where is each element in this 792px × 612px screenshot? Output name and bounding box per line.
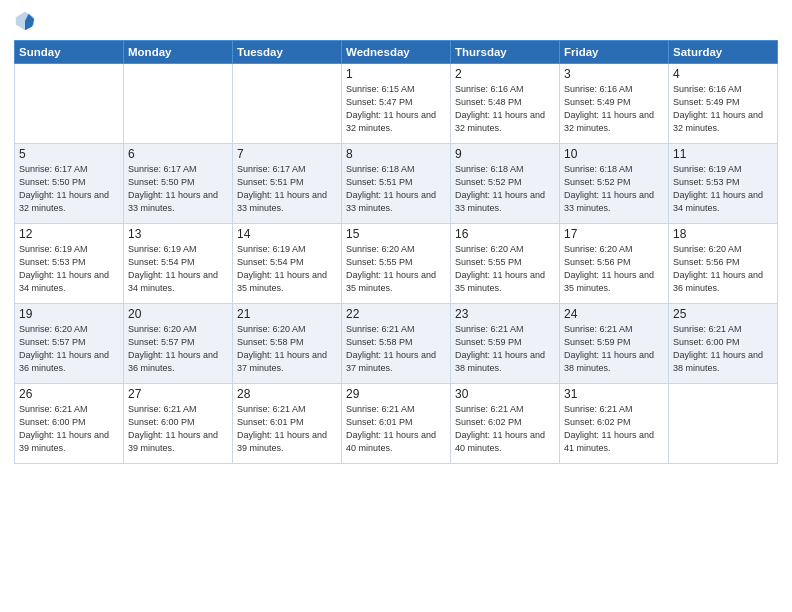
day-info: Sunrise: 6:20 AM Sunset: 5:58 PM Dayligh… — [237, 323, 337, 375]
day-of-week-header: Monday — [124, 41, 233, 64]
calendar-cell: 9Sunrise: 6:18 AM Sunset: 5:52 PM Daylig… — [451, 144, 560, 224]
calendar-cell: 27Sunrise: 6:21 AM Sunset: 6:00 PM Dayli… — [124, 384, 233, 464]
calendar-cell: 20Sunrise: 6:20 AM Sunset: 5:57 PM Dayli… — [124, 304, 233, 384]
day-info: Sunrise: 6:21 AM Sunset: 5:59 PM Dayligh… — [455, 323, 555, 375]
day-of-week-header: Friday — [560, 41, 669, 64]
calendar-cell: 26Sunrise: 6:21 AM Sunset: 6:00 PM Dayli… — [15, 384, 124, 464]
day-number: 12 — [19, 227, 119, 241]
day-of-week-header: Wednesday — [342, 41, 451, 64]
day-info: Sunrise: 6:19 AM Sunset: 5:54 PM Dayligh… — [237, 243, 337, 295]
calendar-cell: 3Sunrise: 6:16 AM Sunset: 5:49 PM Daylig… — [560, 64, 669, 144]
day-number: 6 — [128, 147, 228, 161]
calendar-cell: 16Sunrise: 6:20 AM Sunset: 5:55 PM Dayli… — [451, 224, 560, 304]
calendar-cell: 25Sunrise: 6:21 AM Sunset: 6:00 PM Dayli… — [669, 304, 778, 384]
day-number: 10 — [564, 147, 664, 161]
day-info: Sunrise: 6:20 AM Sunset: 5:56 PM Dayligh… — [673, 243, 773, 295]
day-info: Sunrise: 6:21 AM Sunset: 6:00 PM Dayligh… — [128, 403, 228, 455]
day-number: 29 — [346, 387, 446, 401]
calendar-cell: 12Sunrise: 6:19 AM Sunset: 5:53 PM Dayli… — [15, 224, 124, 304]
day-number: 15 — [346, 227, 446, 241]
day-number: 28 — [237, 387, 337, 401]
day-number: 5 — [19, 147, 119, 161]
day-info: Sunrise: 6:16 AM Sunset: 5:49 PM Dayligh… — [564, 83, 664, 135]
calendar-cell — [15, 64, 124, 144]
calendar-week-row: 12Sunrise: 6:19 AM Sunset: 5:53 PM Dayli… — [15, 224, 778, 304]
day-number: 8 — [346, 147, 446, 161]
day-number: 26 — [19, 387, 119, 401]
day-info: Sunrise: 6:19 AM Sunset: 5:54 PM Dayligh… — [128, 243, 228, 295]
day-info: Sunrise: 6:21 AM Sunset: 6:02 PM Dayligh… — [455, 403, 555, 455]
day-info: Sunrise: 6:21 AM Sunset: 6:00 PM Dayligh… — [673, 323, 773, 375]
day-info: Sunrise: 6:16 AM Sunset: 5:48 PM Dayligh… — [455, 83, 555, 135]
day-info: Sunrise: 6:21 AM Sunset: 5:59 PM Dayligh… — [564, 323, 664, 375]
day-number: 11 — [673, 147, 773, 161]
day-number: 25 — [673, 307, 773, 321]
calendar-cell: 30Sunrise: 6:21 AM Sunset: 6:02 PM Dayli… — [451, 384, 560, 464]
day-info: Sunrise: 6:20 AM Sunset: 5:56 PM Dayligh… — [564, 243, 664, 295]
day-info: Sunrise: 6:18 AM Sunset: 5:52 PM Dayligh… — [564, 163, 664, 215]
day-info: Sunrise: 6:17 AM Sunset: 5:50 PM Dayligh… — [128, 163, 228, 215]
calendar-week-row: 1Sunrise: 6:15 AM Sunset: 5:47 PM Daylig… — [15, 64, 778, 144]
day-number: 7 — [237, 147, 337, 161]
day-number: 2 — [455, 67, 555, 81]
day-number: 3 — [564, 67, 664, 81]
calendar-cell: 2Sunrise: 6:16 AM Sunset: 5:48 PM Daylig… — [451, 64, 560, 144]
day-info: Sunrise: 6:21 AM Sunset: 5:58 PM Dayligh… — [346, 323, 446, 375]
day-number: 19 — [19, 307, 119, 321]
calendar-cell: 19Sunrise: 6:20 AM Sunset: 5:57 PM Dayli… — [15, 304, 124, 384]
day-number: 24 — [564, 307, 664, 321]
header — [14, 10, 778, 32]
calendar-cell: 6Sunrise: 6:17 AM Sunset: 5:50 PM Daylig… — [124, 144, 233, 224]
day-info: Sunrise: 6:21 AM Sunset: 6:02 PM Dayligh… — [564, 403, 664, 455]
day-of-week-header: Tuesday — [233, 41, 342, 64]
calendar-cell: 7Sunrise: 6:17 AM Sunset: 5:51 PM Daylig… — [233, 144, 342, 224]
day-number: 1 — [346, 67, 446, 81]
calendar-cell: 5Sunrise: 6:17 AM Sunset: 5:50 PM Daylig… — [15, 144, 124, 224]
day-number: 21 — [237, 307, 337, 321]
day-info: Sunrise: 6:21 AM Sunset: 6:01 PM Dayligh… — [237, 403, 337, 455]
day-number: 9 — [455, 147, 555, 161]
calendar-cell: 15Sunrise: 6:20 AM Sunset: 5:55 PM Dayli… — [342, 224, 451, 304]
calendar-week-row: 5Sunrise: 6:17 AM Sunset: 5:50 PM Daylig… — [15, 144, 778, 224]
day-number: 16 — [455, 227, 555, 241]
day-number: 30 — [455, 387, 555, 401]
calendar-cell: 29Sunrise: 6:21 AM Sunset: 6:01 PM Dayli… — [342, 384, 451, 464]
calendar-cell: 18Sunrise: 6:20 AM Sunset: 5:56 PM Dayli… — [669, 224, 778, 304]
calendar-cell: 11Sunrise: 6:19 AM Sunset: 5:53 PM Dayli… — [669, 144, 778, 224]
day-info: Sunrise: 6:20 AM Sunset: 5:55 PM Dayligh… — [455, 243, 555, 295]
calendar-cell: 24Sunrise: 6:21 AM Sunset: 5:59 PM Dayli… — [560, 304, 669, 384]
day-info: Sunrise: 6:17 AM Sunset: 5:51 PM Dayligh… — [237, 163, 337, 215]
day-info: Sunrise: 6:20 AM Sunset: 5:57 PM Dayligh… — [128, 323, 228, 375]
calendar-cell: 8Sunrise: 6:18 AM Sunset: 5:51 PM Daylig… — [342, 144, 451, 224]
day-info: Sunrise: 6:16 AM Sunset: 5:49 PM Dayligh… — [673, 83, 773, 135]
page: SundayMondayTuesdayWednesdayThursdayFrid… — [0, 0, 792, 612]
calendar-week-row: 26Sunrise: 6:21 AM Sunset: 6:00 PM Dayli… — [15, 384, 778, 464]
logo-icon — [14, 10, 36, 32]
day-number: 27 — [128, 387, 228, 401]
day-of-week-header: Sunday — [15, 41, 124, 64]
day-of-week-header: Saturday — [669, 41, 778, 64]
day-info: Sunrise: 6:21 AM Sunset: 6:01 PM Dayligh… — [346, 403, 446, 455]
day-number: 14 — [237, 227, 337, 241]
day-info: Sunrise: 6:15 AM Sunset: 5:47 PM Dayligh… — [346, 83, 446, 135]
day-info: Sunrise: 6:18 AM Sunset: 5:51 PM Dayligh… — [346, 163, 446, 215]
calendar-cell: 23Sunrise: 6:21 AM Sunset: 5:59 PM Dayli… — [451, 304, 560, 384]
calendar-cell: 17Sunrise: 6:20 AM Sunset: 5:56 PM Dayli… — [560, 224, 669, 304]
calendar-cell: 4Sunrise: 6:16 AM Sunset: 5:49 PM Daylig… — [669, 64, 778, 144]
calendar-week-row: 19Sunrise: 6:20 AM Sunset: 5:57 PM Dayli… — [15, 304, 778, 384]
day-number: 18 — [673, 227, 773, 241]
day-number: 20 — [128, 307, 228, 321]
calendar-cell: 10Sunrise: 6:18 AM Sunset: 5:52 PM Dayli… — [560, 144, 669, 224]
calendar-cell: 21Sunrise: 6:20 AM Sunset: 5:58 PM Dayli… — [233, 304, 342, 384]
day-info: Sunrise: 6:20 AM Sunset: 5:57 PM Dayligh… — [19, 323, 119, 375]
calendar-cell — [669, 384, 778, 464]
calendar-cell: 28Sunrise: 6:21 AM Sunset: 6:01 PM Dayli… — [233, 384, 342, 464]
day-info: Sunrise: 6:20 AM Sunset: 5:55 PM Dayligh… — [346, 243, 446, 295]
day-info: Sunrise: 6:21 AM Sunset: 6:00 PM Dayligh… — [19, 403, 119, 455]
day-number: 13 — [128, 227, 228, 241]
day-info: Sunrise: 6:19 AM Sunset: 5:53 PM Dayligh… — [673, 163, 773, 215]
day-number: 23 — [455, 307, 555, 321]
calendar-cell: 14Sunrise: 6:19 AM Sunset: 5:54 PM Dayli… — [233, 224, 342, 304]
calendar-header-row: SundayMondayTuesdayWednesdayThursdayFrid… — [15, 41, 778, 64]
day-info: Sunrise: 6:18 AM Sunset: 5:52 PM Dayligh… — [455, 163, 555, 215]
